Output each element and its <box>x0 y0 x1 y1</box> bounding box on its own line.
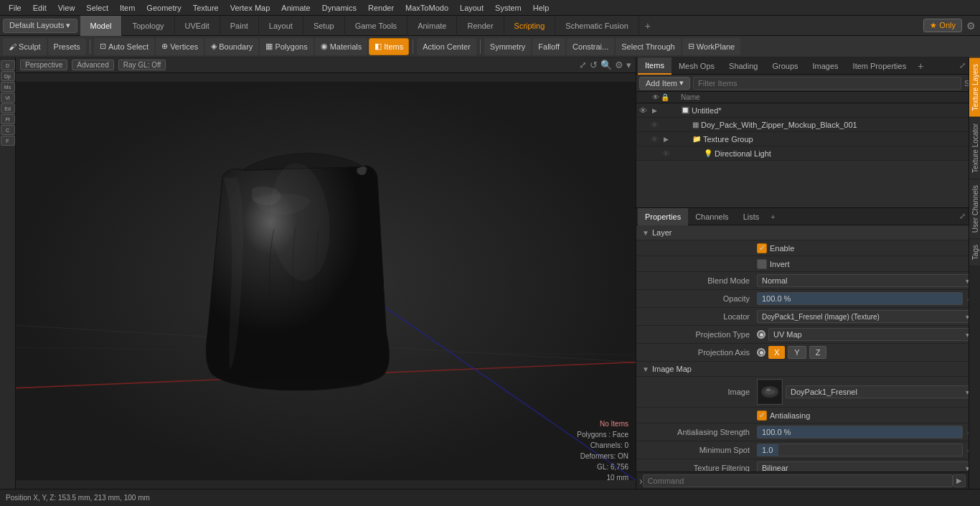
left-tab-1[interactable]: D <box>1 60 15 70</box>
panel-expand-icon[interactable]: ⤢ <box>959 61 966 70</box>
menu-system[interactable]: System <box>489 2 527 14</box>
menu-maxtomodo[interactable]: MaxToModo <box>400 2 454 14</box>
star-only-toggle[interactable]: ★ Only <box>923 19 962 32</box>
action-center-button[interactable]: Action Center <box>417 38 476 55</box>
tab-schematic[interactable]: Schematic Fusion <box>555 16 639 36</box>
image-preview[interactable] <box>757 379 783 405</box>
scene-eye-icon[interactable]: 👁 <box>639 106 652 115</box>
menu-file[interactable]: File <box>3 2 27 14</box>
vtab-user-channels[interactable]: User Channels <box>969 179 980 238</box>
left-tab-5[interactable]: Ed <box>1 103 15 113</box>
locator-dropdown[interactable]: DoyPack1_Fresnel (Image) (Texture) ▾ <box>757 310 974 323</box>
minimum-spot-slider[interactable]: 1.0 <box>757 444 963 456</box>
left-tab-3[interactable]: Ms <box>1 82 15 92</box>
items-button[interactable]: ◧ Items <box>369 38 409 55</box>
viewport-icon-3[interactable]: 🔍 <box>600 60 612 70</box>
tab-layout[interactable]: Layout <box>259 16 303 36</box>
symmetry-button[interactable]: Symmetry <box>484 38 532 55</box>
menu-help[interactable]: Help <box>527 2 555 14</box>
z-axis-button[interactable]: Z <box>809 346 827 359</box>
left-tab-2[interactable]: Dp <box>1 71 15 81</box>
tab-mesh-ops[interactable]: Mesh Ops <box>672 57 722 75</box>
presets-button[interactable]: Presets <box>48 38 86 55</box>
select-through-button[interactable]: Select Through <box>616 38 680 55</box>
viewport-icon-4[interactable]: ⚙ <box>615 60 623 70</box>
viewport-icon-1[interactable]: ⤢ <box>579 60 587 70</box>
menu-dynamics[interactable]: Dynamics <box>316 2 362 14</box>
menu-texture[interactable]: Texture <box>187 2 225 14</box>
y-axis-button[interactable]: Y <box>788 346 806 359</box>
filter-items-input[interactable] <box>693 77 961 90</box>
image-map-section-header[interactable]: ▼ Image Map <box>636 362 980 377</box>
perspective-button[interactable]: Perspective <box>20 60 67 70</box>
canvas-area[interactable]: No Items Polygons : Face Channels: 0 Def… <box>16 73 636 489</box>
projection-type-dropdown[interactable]: UV Map ▾ <box>768 328 974 341</box>
constrai-button[interactable]: Constrai... <box>567 38 614 55</box>
advanced-button[interactable]: Advanced <box>72 60 113 70</box>
tab-channels[interactable]: Channels <box>688 208 735 225</box>
boundary-button[interactable]: ◈ Boundary <box>205 38 258 55</box>
viewport-icon-2[interactable]: ↺ <box>590 60 598 70</box>
invert-checkbox[interactable] <box>757 259 767 269</box>
menu-layout[interactable]: Layout <box>454 2 489 14</box>
add-panel-tab-button[interactable]: + <box>913 60 928 72</box>
tab-lists[interactable]: Lists <box>736 208 767 225</box>
antialiasing-checkbox[interactable]: ✓ <box>757 411 767 421</box>
tab-animate[interactable]: Animate <box>407 16 457 36</box>
item-row-mesh[interactable]: 👁 ▦ Doy_Pack_With_Zipper_Mockup_Black_00… <box>636 118 980 132</box>
tab-uvedit[interactable]: UVEdit <box>175 16 220 36</box>
layer-section-header[interactable]: ▼ Layer <box>636 225 980 240</box>
tab-images[interactable]: Images <box>806 57 846 75</box>
tab-setup[interactable]: Setup <box>303 16 345 36</box>
command-go-button[interactable]: ▶ <box>953 474 966 487</box>
left-tab-6[interactable]: Pl <box>1 114 15 124</box>
antialiasing-strength-slider[interactable]: 100.0 % <box>757 426 963 439</box>
left-tab-4[interactable]: Vt <box>1 93 15 103</box>
blend-mode-dropdown[interactable]: Normal ▾ <box>757 274 974 287</box>
command-arrow-icon[interactable]: › <box>639 475 643 487</box>
add-layout-tab-button[interactable]: + <box>639 17 656 34</box>
scene-expand-icon[interactable]: ▶ <box>652 107 657 114</box>
command-input[interactable] <box>643 474 953 487</box>
auto-select-button[interactable]: ⊡ Auto Select <box>94 38 154 55</box>
tab-item-properties[interactable]: Item Properties <box>846 57 914 75</box>
menu-item[interactable]: Item <box>114 2 141 14</box>
tab-scripting[interactable]: Scripting <box>504 16 556 36</box>
workplane-button[interactable]: ⊟ WorkPlane <box>682 38 741 55</box>
projection-type-radio[interactable] <box>757 330 765 339</box>
viewport-icon-5[interactable]: ▾ <box>626 60 631 70</box>
layout-dropdown[interactable]: Default Layouts ▾ <box>3 19 77 33</box>
light-eye-icon[interactable]: 👁 <box>662 149 675 158</box>
item-row-scene[interactable]: 👁 ▶ 🔲 Untitled* <box>636 103 980 118</box>
tab-paint[interactable]: Paint <box>220 16 259 36</box>
projection-axis-radio[interactable] <box>757 348 765 357</box>
opacity-slider[interactable]: 100.0 % <box>757 292 963 305</box>
add-item-button[interactable]: Add Item ▾ <box>639 77 690 90</box>
texgroup-expand-icon[interactable]: ▶ <box>664 136 669 143</box>
mesh-eye-icon[interactable]: 👁 <box>651 121 664 129</box>
tab-model[interactable]: Model <box>80 16 123 36</box>
tab-items[interactable]: Items <box>638 57 672 75</box>
left-tab-7[interactable]: C <box>1 125 15 135</box>
tab-render[interactable]: Render <box>457 16 504 36</box>
props-expand-icon[interactable]: ⤢ <box>959 212 966 221</box>
vtab-texture-locator[interactable]: Texture Locator <box>969 117 980 179</box>
enable-checkbox[interactable]: ✓ <box>757 243 767 253</box>
falloff-button[interactable]: Falloff <box>532 38 565 55</box>
tab-gametools[interactable]: Game Tools <box>345 16 408 36</box>
image-dropdown[interactable]: DoyPack1_Fresnel ▾ <box>786 385 974 398</box>
item-row-texgroup[interactable]: 👁 ▶ 📁 Texture Group <box>636 132 980 146</box>
add-props-tab-button[interactable]: + <box>766 212 779 221</box>
item-row-light[interactable]: 👁 💡 Directional Light <box>636 146 980 161</box>
left-tab-8[interactable]: F <box>1 136 15 146</box>
raygl-button[interactable]: Ray GL: Off <box>118 60 166 70</box>
menu-view[interactable]: View <box>52 2 81 14</box>
tab-shading[interactable]: Shading <box>722 57 765 75</box>
menu-geometry[interactable]: Geometry <box>141 2 187 14</box>
menu-animate[interactable]: Animate <box>275 2 316 14</box>
sculpt-button[interactable]: 🖌 Sculpt <box>3 38 47 55</box>
vtab-texture-layers[interactable]: Texture Layers <box>969 57 980 117</box>
tab-groups[interactable]: Groups <box>765 57 805 75</box>
menu-edit[interactable]: Edit <box>27 2 52 14</box>
tab-topology[interactable]: Topology <box>122 16 174 36</box>
